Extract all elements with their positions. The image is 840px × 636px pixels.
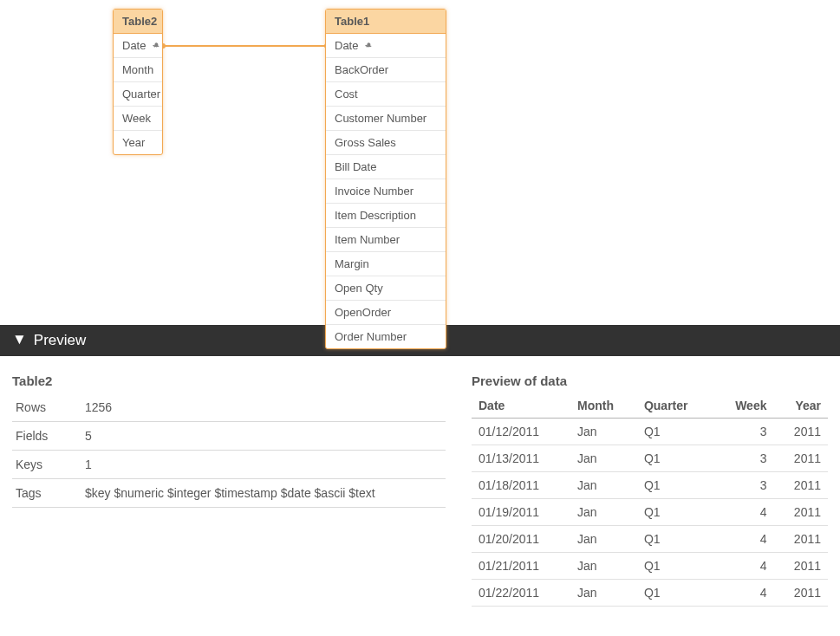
table-field[interactable]: Month — [114, 58, 162, 82]
meta-row-tags: Tags $key $numeric $integer $timestamp $… — [12, 479, 446, 508]
preview-cell: 3 — [713, 445, 773, 472]
preview-row[interactable]: 01/20/2011JanQ142011 — [472, 526, 828, 553]
field-label: Item Number — [335, 233, 400, 246]
meta-row-fields: Fields 5 — [12, 422, 446, 451]
preview-col-header[interactable]: Quarter — [637, 393, 713, 419]
preview-col-header[interactable]: Week — [713, 393, 773, 419]
preview-body: 01/12/2011JanQ13201101/13/2011JanQ132011… — [472, 419, 828, 607]
preview-cell: Jan — [570, 499, 637, 526]
table-field[interactable]: Quarter — [114, 82, 162, 107]
preview-cell: 01/20/2011 — [472, 526, 570, 553]
relationship-line — [160, 40, 329, 49]
preview-cell: Q1 — [637, 526, 713, 553]
table-box-table1[interactable]: Table1 DateBackOrderCostCustomer NumberG… — [325, 9, 446, 349]
meta-label: Fields — [12, 422, 81, 451]
preview-cell: 3 — [713, 419, 773, 445]
meta-label: Tags — [12, 479, 81, 508]
field-label: Margin — [335, 257, 369, 270]
preview-cell: Jan — [570, 419, 637, 445]
field-label: Open Qty — [335, 282, 383, 295]
field-label: Order Number — [335, 330, 407, 343]
table-field[interactable]: Date — [114, 34, 162, 58]
table-field[interactable]: Margin — [326, 252, 446, 276]
preview-row[interactable]: 01/21/2011JanQ142011 — [472, 553, 828, 580]
table-field[interactable]: BackOrder — [326, 58, 446, 82]
meta-value: 1256 — [81, 393, 446, 422]
preview-cell: 2011 — [773, 445, 828, 472]
preview-cell: Jan — [570, 445, 637, 472]
field-label: BackOrder — [335, 63, 388, 76]
table-field[interactable]: Customer Number — [326, 107, 446, 131]
table-field[interactable]: Week — [114, 107, 162, 131]
preview-cell: 4 — [713, 553, 773, 580]
meta-row-keys: Keys 1 — [12, 451, 446, 479]
preview-cell: Q1 — [637, 499, 713, 526]
preview-cell: 01/21/2011 — [472, 553, 570, 580]
table-field[interactable]: Date — [326, 34, 446, 58]
data-preview-table: DateMonthQuarterWeekYear 01/12/2011JanQ1… — [472, 393, 828, 607]
preview-cell: Q1 — [637, 445, 713, 472]
field-label: Quarter — [122, 88, 160, 101]
preview-header-row: DateMonthQuarterWeekYear — [472, 393, 828, 419]
data-preview-column: Preview of data DateMonthQuarterWeekYear… — [472, 373, 828, 607]
preview-panel: Table2 Rows 1256 Fields 5 Keys 1 Tags $k… — [0, 356, 840, 615]
table-box-table2[interactable]: Table2 DateMonthQuarterWeekYear — [113, 9, 163, 155]
table-field[interactable]: Invoice Number — [326, 179, 446, 204]
preview-cell: 01/22/2011 — [472, 580, 570, 607]
table-field[interactable]: Year — [114, 131, 162, 154]
preview-cell: Jan — [570, 472, 637, 499]
preview-cell: 01/19/2011 — [472, 499, 570, 526]
table-header-table1[interactable]: Table1 — [326, 10, 446, 34]
preview-col-header[interactable]: Date — [472, 393, 570, 419]
model-canvas[interactable]: Table2 DateMonthQuarterWeekYear Table1 D… — [0, 0, 840, 325]
table-field[interactable]: OpenOrder — [326, 301, 446, 325]
metadata-table: Rows 1256 Fields 5 Keys 1 Tags $key $num… — [12, 393, 446, 508]
preview-cell: 2011 — [773, 499, 828, 526]
field-label: Cost — [335, 88, 358, 101]
key-icon — [151, 41, 161, 51]
meta-value: 5 — [81, 422, 446, 451]
table-field[interactable]: Order Number — [326, 325, 446, 348]
field-label: Invoice Number — [335, 185, 413, 198]
preview-cell: 4 — [713, 580, 773, 607]
field-label: Week — [122, 112, 151, 125]
field-label: Month — [122, 63, 153, 76]
table-field[interactable]: Cost — [326, 82, 446, 107]
meta-value: $key $numeric $integer $timestamp $date … — [81, 479, 446, 508]
metadata-title: Table2 — [12, 373, 446, 388]
preview-cell: 2011 — [773, 580, 828, 607]
table-field[interactable]: Item Description — [326, 204, 446, 228]
preview-cell: 2011 — [773, 472, 828, 499]
preview-row[interactable]: 01/22/2011JanQ142011 — [472, 580, 828, 607]
field-label: Gross Sales — [335, 136, 396, 149]
meta-label: Keys — [12, 451, 81, 479]
preview-cell: 01/18/2011 — [472, 472, 570, 499]
preview-col-header[interactable]: Month — [570, 393, 637, 419]
table-field[interactable]: Open Qty — [326, 276, 446, 301]
field-label: Date — [122, 39, 146, 52]
table-field[interactable]: Item Number — [326, 228, 446, 252]
table-field[interactable]: Bill Date — [326, 155, 446, 179]
table-header-table2[interactable]: Table2 — [114, 10, 162, 34]
key-icon — [363, 41, 374, 51]
preview-cell: Q1 — [637, 553, 713, 580]
preview-cell: 4 — [713, 526, 773, 553]
field-label: Year — [122, 136, 145, 149]
preview-cell: 2011 — [773, 419, 828, 445]
preview-cell: 2011 — [773, 526, 828, 553]
preview-col-header[interactable]: Year — [773, 393, 828, 419]
preview-row[interactable]: 01/13/2011JanQ132011 — [472, 445, 828, 472]
preview-row[interactable]: 01/19/2011JanQ142011 — [472, 499, 828, 526]
field-label: Item Description — [335, 209, 416, 222]
preview-row[interactable]: 01/12/2011JanQ132011 — [472, 419, 828, 445]
table-fields-table1: DateBackOrderCostCustomer NumberGross Sa… — [326, 34, 446, 348]
preview-bar-label: Preview — [34, 332, 86, 349]
preview-cell: Q1 — [637, 419, 713, 445]
meta-row-rows: Rows 1256 — [12, 393, 446, 422]
table-field[interactable]: Gross Sales — [326, 131, 446, 155]
metadata-column: Table2 Rows 1256 Fields 5 Keys 1 Tags $k… — [12, 373, 446, 607]
preview-cell: Jan — [570, 553, 637, 580]
field-label: Customer Number — [335, 112, 427, 125]
preview-row[interactable]: 01/18/2011JanQ132011 — [472, 472, 828, 499]
preview-cell: Q1 — [637, 580, 713, 607]
